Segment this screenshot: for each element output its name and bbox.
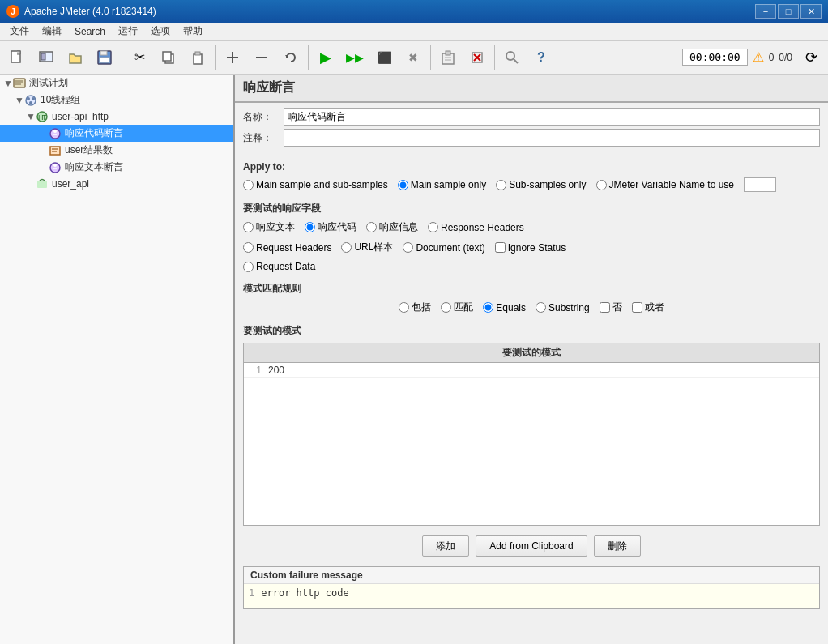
maximize-button[interactable]: □ <box>778 4 799 19</box>
user-api-icon <box>36 177 49 190</box>
copy-button[interactable] <box>155 44 182 71</box>
title-bar: J Apache JMeter (4.0 r1823414) − □ ✕ <box>0 0 828 23</box>
radio-req-data-label: Request Data <box>256 261 315 272</box>
add-from-clipboard-button[interactable]: Add from Clipboard <box>476 535 587 557</box>
warning-count: 0 <box>769 52 775 63</box>
new-button[interactable] <box>3 44 31 71</box>
result-icon <box>49 144 62 157</box>
menu-help[interactable]: 帮助 <box>177 23 209 40</box>
main-layout: ▼ 测试计划 ▼ 10线程组 ▼ HT user-api_http <box>0 75 828 644</box>
radio-doc-text-label: Document (text) <box>416 242 484 254</box>
name-label: 名称： <box>243 110 284 124</box>
checkbox-or-label: 或者 <box>645 301 664 314</box>
radio-substring[interactable]: Substring <box>536 302 590 313</box>
menu-bar: 文件 编辑 Search 运行 选项 帮助 <box>0 23 828 41</box>
radio-doc-text[interactable]: Document (text) <box>403 242 484 254</box>
tree-item-assertion1[interactable]: 响应代码断言 <box>0 125 233 142</box>
radio-jmeter-var[interactable]: JMeter Variable Name to use <box>596 179 735 190</box>
radio-req-headers[interactable]: Request Headers <box>243 242 331 254</box>
radio-equals[interactable]: Equals <box>483 302 526 313</box>
radio-contains[interactable]: 包括 <box>399 301 431 314</box>
start-no-pause-button[interactable]: ▶▶ <box>341 44 369 71</box>
checkbox-ignore-status-label: Ignore Status <box>508 242 566 254</box>
minimize-button[interactable]: − <box>755 4 776 19</box>
tree-item-result[interactable]: user结果数 <box>0 142 233 159</box>
radio-url-label: URL样本 <box>354 241 393 254</box>
cut-button[interactable]: ✂ <box>126 44 153 71</box>
pattern-row-1[interactable]: 1 200 <box>244 363 819 378</box>
checkbox-not[interactable]: 否 <box>600 301 622 314</box>
tree-panel: ▼ 测试计划 ▼ 10线程组 ▼ HT user-api_http <box>0 75 235 644</box>
pattern-table-header: 要测试的模式 <box>244 343 819 363</box>
toolbar: ✂ ▶ ▶▶ ⬛ ✖ ? 00:00:00 ⚠ 0 0/0 ⟳ <box>0 41 828 75</box>
tree-item-api-http[interactable]: ▼ HT user-api_http <box>0 109 233 125</box>
apply-to-radio-group: Main sample and sub-samples Main sample … <box>235 174 828 195</box>
help-button[interactable]: ? <box>527 44 555 71</box>
radio-resp-info[interactable]: 响应信息 <box>366 220 418 234</box>
tree-item-group[interactable]: ▼ 10线程组 <box>0 92 233 109</box>
menu-file[interactable]: 文件 <box>3 23 36 40</box>
svg-rect-2 <box>41 53 45 60</box>
radio-contains-label: 包括 <box>412 301 431 314</box>
radio-req-data[interactable]: Request Data <box>243 261 315 272</box>
name-row: 名称： <box>243 108 820 126</box>
close-button[interactable]: ✕ <box>800 4 822 19</box>
browse-button[interactable] <box>498 44 526 71</box>
jmeter-var-input[interactable] <box>744 177 776 192</box>
tree-item-assertion2[interactable]: 响应文本断言 <box>0 159 233 176</box>
expand-arrow-group[interactable]: ▼ <box>15 96 24 105</box>
tree-label-result: user结果数 <box>65 143 113 157</box>
radio-main-only-label: Main sample only <box>411 179 486 190</box>
radio-resp-headers[interactable]: Response Headers <box>428 222 524 233</box>
menu-options[interactable]: 选项 <box>144 23 177 40</box>
menu-search[interactable]: Search <box>68 23 112 40</box>
tree-item-plan[interactable]: ▼ 测试计划 <box>0 75 233 92</box>
radio-resp-info-label: 响应信息 <box>379 220 418 234</box>
save-button[interactable] <box>91 44 118 71</box>
radio-url[interactable]: URL样本 <box>341 241 393 254</box>
clear-button[interactable] <box>463 44 491 71</box>
custom-failure-line-num: 1 <box>249 587 261 599</box>
expand-arrow-api[interactable]: ▼ <box>26 112 36 122</box>
menu-run[interactable]: 运行 <box>112 23 144 40</box>
shutdown-button[interactable]: ✖ <box>399 44 427 71</box>
delete-button[interactable]: 删除 <box>594 535 641 557</box>
refresh-button[interactable]: ⟳ <box>797 44 825 71</box>
tree-label-api-http: user-api_http <box>52 111 109 122</box>
radio-resp-headers-label: Response Headers <box>441 222 524 233</box>
start-button[interactable]: ▶ <box>312 44 339 71</box>
paste-button[interactable] <box>184 44 211 71</box>
sampler-icon: HT <box>36 110 49 123</box>
templates-button[interactable] <box>32 44 60 71</box>
radio-main-only[interactable]: Main sample only <box>398 179 486 190</box>
radio-resp-text[interactable]: 响应文本 <box>243 220 295 234</box>
checkbox-or[interactable]: 或者 <box>632 301 664 314</box>
checkbox-ignore-status[interactable]: Ignore Status <box>495 242 566 254</box>
radio-main-sub[interactable]: Main sample and sub-samples <box>243 179 388 190</box>
open-button[interactable] <box>62 44 89 71</box>
expand-button[interactable] <box>219 44 246 71</box>
reset-button[interactable] <box>277 44 305 71</box>
radio-match[interactable]: 匹配 <box>441 301 473 314</box>
custom-failure-header: Custom failure message <box>244 567 819 584</box>
radio-sub-only[interactable]: Sub-samples only <box>496 179 586 190</box>
comment-input[interactable] <box>284 129 820 147</box>
custom-failure-content[interactable]: 1 error http code <box>244 584 819 608</box>
svg-point-35 <box>53 130 57 133</box>
pattern-table-content[interactable]: 1 200 <box>244 363 819 525</box>
window-controls: − □ ✕ <box>755 4 822 19</box>
right-panel: 响应断言 名称： 注释： Apply to: <box>235 75 828 644</box>
expand-arrow-plan[interactable]: ▼ <box>3 79 13 88</box>
name-input[interactable] <box>284 108 820 126</box>
radio-resp-code[interactable]: 响应代码 <box>305 220 356 234</box>
clipboard-button[interactable] <box>434 44 462 71</box>
tree-item-user-api[interactable]: user_api <box>0 176 233 192</box>
collapse-button[interactable] <box>248 44 275 71</box>
pattern-rule-section: 模式匹配规则 包括 匹配 Equals Substring <box>235 279 828 318</box>
menu-edit[interactable]: 编辑 <box>36 23 68 40</box>
stop-button[interactable]: ⬛ <box>370 44 398 71</box>
spacer-assertion1 <box>39 129 49 139</box>
svg-point-29 <box>32 97 35 100</box>
add-button[interactable]: 添加 <box>422 535 469 557</box>
pattern-line-num-1: 1 <box>249 365 268 376</box>
